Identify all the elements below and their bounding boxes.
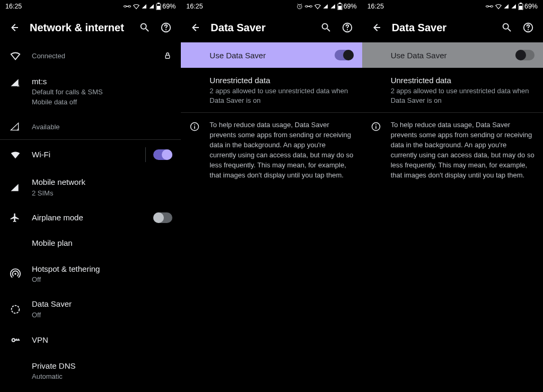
unrestricted-title: Unrestricted data (391, 75, 535, 86)
status-time: 16:25 (5, 3, 123, 10)
back-button[interactable] (366, 17, 388, 38)
unrestricted-data-item[interactable]: Unrestricted data 2 apps allowed to use … (362, 68, 543, 112)
unrestricted-sub: 2 apps allowed to use unrestricted data … (209, 86, 353, 105)
data-saver-banner[interactable]: Use Data Saver (362, 42, 543, 68)
sim1-item[interactable]: × mt:s Default for calls & SMS Mobile da… (0, 69, 181, 114)
vpn-label: VPN (32, 335, 172, 345)
svg-text:×: × (17, 83, 20, 88)
airplane-toggle[interactable] (153, 212, 172, 223)
data-saver-banner[interactable]: Use Data Saver (181, 42, 362, 68)
airplane-icon (10, 212, 20, 223)
help-button[interactable] (155, 17, 177, 38)
datasaver-label: Data Saver (32, 299, 172, 309)
wifi-icon (10, 50, 21, 61)
signal1-icon (322, 3, 329, 10)
header: Data Saver (362, 13, 543, 42)
wifi-toggle[interactable] (153, 149, 172, 160)
datasaver-item[interactable]: Data Saver Off (0, 291, 181, 327)
dns-label: Private DNS (32, 361, 172, 371)
vpn-item[interactable]: VPN (0, 327, 181, 353)
info-block: To help reduce data usage, Data Saver pr… (181, 113, 362, 188)
battery-percent: 69% (344, 3, 357, 10)
page-title: Data Saver (388, 22, 496, 34)
banner-label: Use Data Saver (209, 51, 334, 60)
banner-label: Use Data Saver (391, 51, 515, 60)
datasaver-sub: Off (32, 310, 172, 320)
info-icon (371, 121, 381, 132)
search-button[interactable] (134, 17, 155, 38)
page-title: Network & internet (25, 22, 134, 34)
hotspot-sub: Off (32, 275, 172, 284)
wifi-status-label: Connected (32, 51, 163, 61)
status-bar: 16:25 69% (362, 0, 543, 13)
search-button[interactable] (496, 17, 518, 38)
mobile-plan-item[interactable]: Mobile plan (0, 230, 181, 256)
sim1-sub2: Mobile data off (32, 97, 172, 107)
info-icon (189, 121, 200, 132)
datasaver-icon (10, 304, 21, 315)
signal2-icon (330, 3, 336, 10)
unrestricted-title: Unrestricted data (209, 75, 353, 86)
wifi-icon (10, 149, 21, 161)
search-button[interactable] (316, 17, 337, 38)
data-saver-toggle-off[interactable] (515, 50, 535, 60)
sim2-item[interactable]: × Available (0, 114, 181, 139)
vpn-icon (10, 334, 21, 346)
unrestricted-data-item[interactable]: Unrestricted data 2 apps allowed to use … (181, 68, 362, 112)
battery-icon (156, 3, 161, 10)
status-bar: 16:25 69% (0, 0, 181, 13)
page-title: Data Saver (206, 22, 315, 34)
hotspot-label: Hotspot & tethering (32, 264, 172, 274)
svg-text:×: × (16, 128, 19, 132)
wifi-label: Wi-Fi (32, 149, 138, 160)
signal1-icon (503, 3, 510, 10)
wifi-connected-item[interactable]: Connected (0, 42, 181, 69)
data-saver-toggle-on[interactable] (335, 50, 354, 60)
private-dns-item[interactable]: Private DNS Automatic (0, 353, 181, 389)
sim1-name: mt:s (32, 76, 172, 87)
dns-sub: Automatic (32, 372, 172, 381)
divider (145, 147, 146, 162)
wifi-item[interactable]: Wi-Fi (0, 140, 181, 170)
back-button[interactable] (4, 17, 25, 38)
help-icon (341, 22, 353, 33)
battery-percent: 69% (162, 3, 176, 10)
svg-rect-15 (157, 6, 160, 10)
mobile-network-sub: 2 SIMs (32, 189, 172, 198)
status-bar: 16:25 69% (181, 0, 362, 13)
pane-network-internet: 16:25 69% Network & internet Connected ×… (0, 0, 181, 392)
airplane-label: Airplane mode (32, 212, 153, 223)
mobile-plan-label: Mobile plan (32, 238, 172, 248)
lock-icon (163, 51, 172, 60)
battery-icon (337, 3, 343, 10)
info-block: To help reduce data usage, Data Saver pr… (362, 113, 543, 188)
svg-rect-19 (339, 3, 341, 4)
back-icon (371, 21, 383, 34)
status-indicators: 69% (123, 2, 176, 11)
back-icon (8, 21, 21, 34)
signal-icon (10, 182, 20, 193)
back-button[interactable] (185, 17, 206, 38)
wifi-status-icon (133, 3, 140, 10)
mobile-network-item[interactable]: Mobile network 2 SIMs (0, 170, 181, 205)
battery-icon (518, 3, 523, 10)
help-icon (160, 22, 172, 33)
signal2-icon (148, 3, 155, 10)
pane-data-saver-on: 16:25 69% Data Saver Use Data Saver Unre… (181, 0, 362, 392)
unrestricted-sub: 2 apps allowed to use unrestricted data … (391, 86, 535, 105)
back-icon (189, 21, 202, 34)
hotspot-icon (10, 268, 21, 280)
hotspot-item[interactable]: Hotspot & tethering Off (0, 256, 181, 292)
status-indicators: 69% (485, 2, 538, 11)
search-icon (320, 22, 332, 33)
alarm-icon (296, 3, 303, 10)
header: Data Saver (181, 13, 362, 42)
help-button[interactable] (337, 17, 358, 38)
help-button[interactable] (518, 17, 539, 38)
help-icon (522, 22, 534, 33)
battery-percent: 69% (524, 3, 538, 10)
header: Network & internet (0, 13, 181, 42)
airplane-item[interactable]: Airplane mode (0, 205, 181, 230)
search-icon (501, 22, 513, 33)
link-icon (304, 2, 313, 11)
